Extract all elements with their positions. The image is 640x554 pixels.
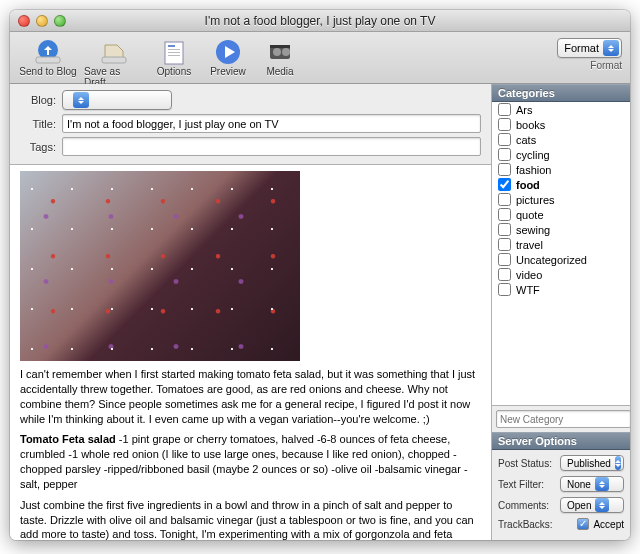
category-checkbox[interactable] [498,103,511,116]
category-item[interactable]: cycling [492,147,630,162]
dropdown-arrows-icon [73,92,89,108]
sidebar: Categories Arsbookscatscyclingfashionfoo… [492,84,630,540]
options-icon [158,36,190,68]
app-window: I'm not a food blogger, I just play one … [10,10,630,540]
category-label: food [516,179,540,191]
post-metadata: Blog: Title: Tags: [10,84,491,165]
text-filter-select[interactable]: None [560,476,624,492]
category-label: video [516,269,542,281]
svg-rect-6 [168,52,180,53]
blog-select[interactable] [62,90,172,110]
svg-rect-2 [102,57,126,63]
svg-rect-4 [168,45,175,47]
category-item[interactable]: sewing [492,222,630,237]
category-label: pictures [516,194,555,206]
format-section-label: Format [590,60,622,71]
dropdown-arrows-icon [603,40,619,56]
category-checkbox[interactable] [498,133,511,146]
media-icon [264,36,296,68]
format-dropdown[interactable]: Format [557,38,622,58]
format-value: Format [564,42,599,54]
comments-label: Comments: [498,500,549,511]
svg-point-12 [282,48,290,56]
trackbacks-checkbox[interactable] [577,518,589,530]
category-label: Ars [516,104,533,116]
category-checkbox[interactable] [498,148,511,161]
post-paragraph: I can't remember when I first started ma… [20,367,481,426]
category-item[interactable]: travel [492,237,630,252]
category-checkbox[interactable] [498,268,511,281]
category-item[interactable]: fashion [492,162,630,177]
preview-label: Preview [210,66,246,77]
svg-rect-13 [270,45,290,48]
new-category-row: Add [492,406,630,432]
main-panel: Blog: Title: Tags: I can't remembe [10,84,492,540]
categories-header: Categories [492,84,630,102]
trackbacks-accept-label: Accept [593,519,624,530]
category-item[interactable]: books [492,117,630,132]
category-checkbox[interactable] [498,253,511,266]
category-item[interactable]: Ars [492,102,630,117]
post-paragraph: Just combine the first five ingredients … [20,498,481,540]
tags-input[interactable] [62,137,481,156]
options-label: Options [157,66,191,77]
dropdown-arrows-icon [595,498,609,512]
draft-icon [98,36,130,68]
svg-point-11 [273,48,281,56]
dropdown-arrows-icon [615,456,621,470]
category-label: WTF [516,284,540,296]
category-item[interactable]: pictures [492,192,630,207]
text-filter-label: Text Filter: [498,479,544,490]
category-checkbox[interactable] [498,283,511,296]
toolbar: Send to Blog Save as Draft Options Previ… [10,32,630,84]
send-to-blog-button[interactable]: Send to Blog [18,36,78,77]
media-button[interactable]: Media [258,36,302,77]
comments-select[interactable]: Open [560,497,624,513]
post-status-select[interactable]: Published [560,455,624,471]
category-label: quote [516,209,544,221]
category-item[interactable]: video [492,267,630,282]
category-item[interactable]: quote [492,207,630,222]
new-category-input[interactable] [496,410,630,428]
category-checkbox[interactable] [498,208,511,221]
save-draft-button[interactable]: Save as Draft [84,36,144,88]
category-item[interactable]: food [492,177,630,192]
svg-rect-5 [168,49,180,50]
category-label: cycling [516,149,550,161]
category-checkbox[interactable] [498,223,511,236]
titlebar: I'm not a food blogger, I just play one … [10,10,630,32]
server-options-header: Server Options [492,432,630,450]
category-checkbox[interactable] [498,178,511,191]
category-label: Uncategorized [516,254,587,266]
trackbacks-label: TrackBacks: [498,519,553,530]
category-checkbox[interactable] [498,118,511,131]
category-label: books [516,119,545,131]
dropdown-arrows-icon [595,477,609,491]
post-paragraph: Tomato Feta salad -1 pint grape or cherr… [20,432,481,491]
title-input[interactable] [62,114,481,133]
category-item[interactable]: Uncategorized [492,252,630,267]
recipe-title: Tomato Feta salad [20,433,116,445]
title-label: Title: [20,118,56,130]
category-checkbox[interactable] [498,193,511,206]
category-checkbox[interactable] [498,163,511,176]
post-status-label: Post Status: [498,458,552,469]
window-title: I'm not a food blogger, I just play one … [10,14,630,28]
preview-button[interactable]: Preview [204,36,252,77]
category-label: fashion [516,164,551,176]
svg-rect-7 [168,55,180,56]
category-item[interactable]: WTF [492,282,630,297]
category-checkbox[interactable] [498,238,511,251]
svg-rect-1 [36,57,60,63]
category-item[interactable]: cats [492,132,630,147]
options-button[interactable]: Options [150,36,198,77]
post-body[interactable]: I can't remember when I first started ma… [10,165,491,540]
server-options: Post Status: Published Text Filter: None… [492,450,630,540]
category-label: travel [516,239,543,251]
send-icon [32,36,64,68]
post-image [20,171,300,361]
categories-list[interactable]: Arsbookscatscyclingfashionfoodpicturesqu… [492,102,630,406]
category-label: cats [516,134,536,146]
media-label: Media [266,66,293,77]
category-label: sewing [516,224,550,236]
